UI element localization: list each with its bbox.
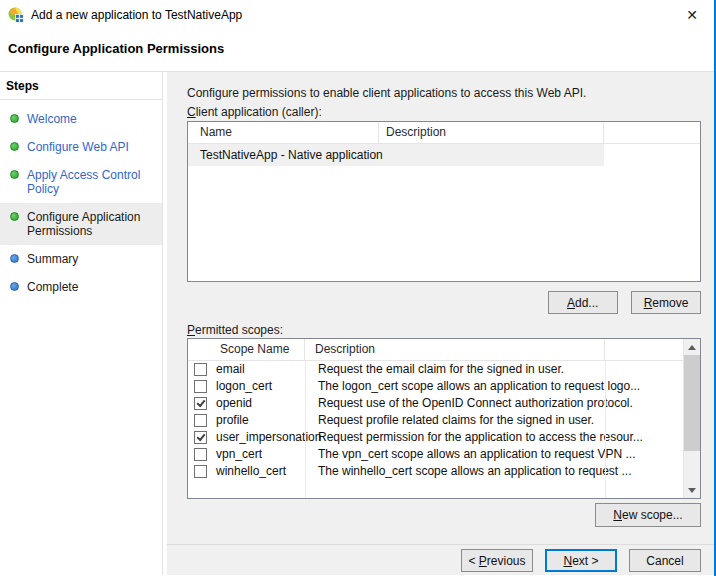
step-apply-access-control-policy[interactable]: Apply Access Control Policy: [0, 161, 162, 203]
scroll-up-icon[interactable]: [684, 339, 700, 355]
step-summary: Summary: [0, 245, 162, 273]
step-status-icon: [10, 212, 19, 221]
scroll-down-icon[interactable]: [684, 482, 700, 498]
column-header-name[interactable]: Name: [188, 122, 379, 143]
wizard-footer: < Previous Next > Cancel: [167, 544, 714, 575]
permitted-scopes-label: Permitted scopes:: [187, 323, 283, 337]
wizard-window: { "window": { "title": "Add a new applic…: [0, 0, 716, 576]
page-description: Configure permissions to enable client a…: [187, 86, 586, 100]
column-header-scope-name[interactable]: Scope Name: [188, 339, 305, 360]
add-button[interactable]: Add...: [548, 291, 618, 314]
label-text: lient application (caller):: [196, 105, 322, 119]
new-scope-button[interactable]: New scope...: [595, 503, 701, 527]
scope-description: Request profile related claims for the s…: [318, 412, 594, 429]
step-status-icon: [10, 282, 19, 291]
client-list-actions: Add... Remove: [538, 291, 701, 314]
scope-checkbox[interactable]: [194, 363, 207, 376]
scope-row-openid[interactable]: openid Request use of the OpenID Connect…: [188, 395, 683, 412]
scope-description: The winhello_cert scope allows an applic…: [318, 463, 632, 480]
permitted-scopes-list[interactable]: Scope Name Description email Request the…: [187, 338, 701, 499]
step-label: Configure Application Permissions: [27, 210, 158, 238]
steps-list: Welcome Configure Web API Apply Access C…: [0, 100, 162, 301]
scopes-rows: email Request the email claim for the si…: [188, 361, 683, 498]
scope-description: The logon_cert scope allows an applicati…: [318, 378, 640, 395]
step-label: Complete: [27, 280, 78, 294]
scope-name: profile: [216, 412, 249, 429]
scope-description: The vpn_cert scope allows an application…: [318, 446, 636, 463]
step-label[interactable]: Configure Web API: [27, 140, 129, 154]
remove-button[interactable]: Remove: [631, 291, 701, 314]
scope-row-vpn-cert[interactable]: vpn_cert The vpn_cert scope allows an ap…: [188, 446, 683, 463]
adfs-app-icon: [8, 7, 24, 23]
scope-row-profile[interactable]: profile Request profile related claims f…: [188, 412, 683, 429]
scope-checkbox[interactable]: [194, 380, 207, 393]
step-status-icon: [10, 114, 19, 123]
steps-sidebar: Steps Welcome Configure Web API Apply Ac…: [0, 72, 163, 575]
scope-row-user-impersonation[interactable]: user_impersonation Request permission fo…: [188, 429, 683, 446]
scope-description: Request permission for the application t…: [318, 429, 643, 446]
steps-heading: Steps: [0, 72, 162, 100]
scope-name: openid: [216, 395, 252, 412]
scope-description: Request the email claim for the signed i…: [318, 361, 564, 378]
scope-checkbox[interactable]: [194, 414, 207, 427]
title-bar: Add a new application to TestNativeApp ✕: [0, 0, 714, 30]
scopes-scrollbar[interactable]: [683, 339, 700, 498]
step-configure-web-api[interactable]: Configure Web API: [0, 133, 162, 161]
scope-name: winhello_cert: [216, 463, 286, 480]
step-configure-application-permissions: Configure Application Permissions: [0, 203, 162, 245]
step-label[interactable]: Welcome: [27, 112, 77, 126]
scope-row-logon-cert[interactable]: logon_cert The logon_cert scope allows a…: [188, 378, 683, 395]
scope-name: vpn_cert: [216, 446, 262, 463]
previous-button[interactable]: < Previous: [461, 549, 533, 572]
column-header-description[interactable]: Description: [305, 339, 605, 360]
scope-name: email: [216, 361, 245, 378]
column-header-description[interactable]: Description: [379, 122, 604, 143]
step-label[interactable]: Apply Access Control Policy: [27, 168, 158, 196]
window-title: Add a new application to TestNativeApp: [31, 8, 242, 22]
column-header-filler: [604, 122, 700, 143]
content-area: Steps Welcome Configure Web API Apply Ac…: [0, 72, 714, 575]
client-application-row[interactable]: TestNativeApp - Native application: [188, 144, 604, 166]
step-status-icon: [10, 142, 19, 151]
scope-description: Request use of the OpenID Connect author…: [318, 395, 633, 412]
close-icon[interactable]: ✕: [680, 4, 704, 26]
step-status-icon: [10, 254, 19, 263]
column-gridline: [305, 339, 306, 498]
client-application-list[interactable]: Name Description TestNativeApp - Native …: [187, 121, 701, 282]
client-list-header[interactable]: Name Description: [188, 122, 700, 144]
main-pane: Configure permissions to enable client a…: [167, 72, 714, 575]
label-mnemonic: P: [187, 323, 195, 337]
scope-row-winhello-cert[interactable]: winhello_cert The winhello_cert scope al…: [188, 463, 683, 480]
next-button[interactable]: Next >: [545, 549, 617, 572]
scopes-list-header[interactable]: Scope Name Description: [188, 339, 700, 361]
scope-checkbox[interactable]: [194, 397, 207, 410]
scope-name: logon_cert: [216, 378, 272, 395]
column-gridline: [605, 339, 606, 498]
scope-checkbox[interactable]: [194, 431, 207, 444]
step-welcome[interactable]: Welcome: [0, 105, 162, 133]
page-title: Configure Application Permissions: [0, 30, 714, 72]
scope-checkbox[interactable]: [194, 465, 207, 478]
cancel-button[interactable]: Cancel: [629, 549, 701, 572]
client-application-label: Client application (caller):: [187, 105, 322, 119]
step-label: Summary: [27, 252, 78, 266]
step-complete: Complete: [0, 273, 162, 301]
step-status-icon: [10, 170, 19, 179]
scope-row-email[interactable]: email Request the email claim for the si…: [188, 361, 683, 378]
label-mnemonic: C: [187, 105, 196, 119]
label-text: ermitted scopes:: [195, 323, 283, 337]
scope-checkbox[interactable]: [194, 448, 207, 461]
scrollbar-thumb[interactable]: [684, 355, 700, 451]
